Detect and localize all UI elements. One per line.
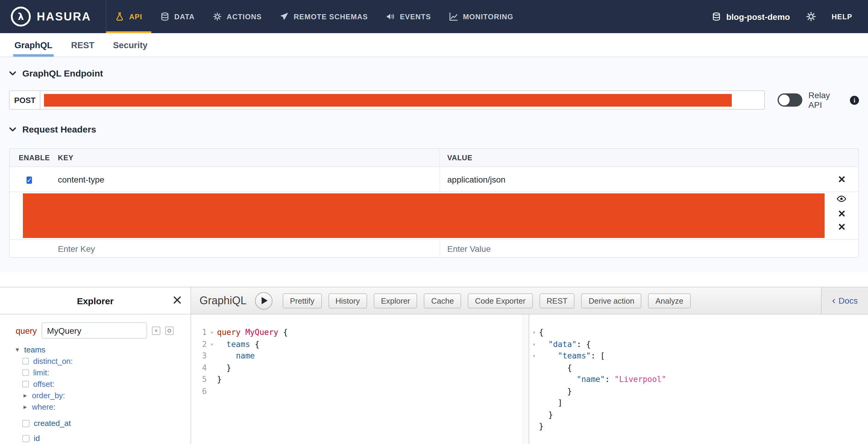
operation-name-input[interactable] bbox=[41, 322, 147, 339]
fold-arrow-icon: ▾ bbox=[207, 338, 217, 350]
reveal-eye-icon[interactable] bbox=[837, 194, 846, 203]
remove-operation-icon[interactable]: × bbox=[152, 326, 160, 335]
tree-node-id[interactable]: id bbox=[16, 431, 190, 444]
tab-graphql[interactable]: GraphQL bbox=[13, 33, 54, 57]
tree-node-created-at[interactable]: created_at bbox=[16, 416, 190, 431]
result-line: "name": "Liverpool" bbox=[529, 374, 868, 385]
endpoint-url-input[interactable] bbox=[41, 90, 765, 109]
megaphone-icon bbox=[386, 12, 395, 21]
execute-query-button[interactable] bbox=[255, 292, 273, 309]
header-key-cell[interactable]: content-type bbox=[58, 175, 439, 184]
graphiql-panes: 1▾query MyQuery {2▾ teams {3 name4 }5}6 … bbox=[191, 315, 868, 444]
tab-security[interactable]: Security bbox=[112, 33, 149, 57]
result-line: ▾{ bbox=[529, 326, 868, 338]
line-number: 3 bbox=[191, 350, 207, 362]
help-link[interactable]: HELP bbox=[832, 12, 852, 21]
nav-item-monitoring[interactable]: MONITORING bbox=[440, 0, 523, 33]
graphql-endpoint-section-header[interactable]: GraphQL Endpoint bbox=[9, 67, 859, 78]
docs-button[interactable]: ‹ Docs bbox=[821, 287, 868, 314]
nav-item-api[interactable]: API bbox=[106, 0, 152, 33]
fold-arrow-icon: ▾ bbox=[529, 338, 539, 350]
remove-header-icon[interactable] bbox=[838, 210, 845, 217]
section-title: GraphQL Endpoint bbox=[22, 68, 103, 78]
editor-line[interactable]: 5} bbox=[191, 374, 523, 385]
request-headers-section-header[interactable]: Request Headers bbox=[9, 124, 859, 134]
line-number: 1 bbox=[191, 326, 207, 338]
tree-node-limit[interactable]: limit: bbox=[16, 367, 190, 378]
toolbar-button-explorer[interactable]: Explorer bbox=[374, 293, 417, 308]
caret-right-icon: ▸ bbox=[24, 391, 31, 400]
toolbar-button-cache[interactable]: Cache bbox=[424, 293, 461, 308]
nav-item-remote-schemas[interactable]: REMOTE SCHEMAS bbox=[271, 0, 377, 33]
code-text: name bbox=[217, 350, 255, 362]
arg-checkbox[interactable] bbox=[22, 358, 29, 364]
results-lines: ▾{▾ "data": {▾ "teams": [ { "name": "Liv… bbox=[529, 326, 868, 432]
remove-header-icon[interactable] bbox=[838, 176, 845, 183]
tab-rest[interactable]: REST bbox=[70, 33, 96, 57]
nav-item-data[interactable]: DATA bbox=[151, 0, 204, 33]
enable-checkbox[interactable]: ✓ bbox=[27, 176, 32, 184]
plane-icon bbox=[280, 12, 289, 21]
tree-node-offset[interactable]: offset: bbox=[16, 378, 190, 390]
toolbar-button-history[interactable]: History bbox=[328, 293, 367, 308]
project-selector[interactable]: blog-post-demo bbox=[712, 12, 790, 21]
toolbar-button-rest[interactable]: REST bbox=[539, 293, 575, 308]
nav-item-label: DATA bbox=[174, 12, 195, 21]
api-tabbar: GraphQLRESTSecurity bbox=[0, 33, 868, 57]
relay-api-toggle[interactable] bbox=[778, 93, 802, 107]
code-text: } bbox=[217, 374, 222, 385]
content-area: GraphQL Endpoint POST Relay API i Reques… bbox=[0, 57, 868, 272]
tree-node-distinct-on[interactable]: distinct_on: bbox=[16, 355, 190, 367]
result-text: ] bbox=[539, 397, 562, 409]
toolbar-button-derive-action[interactable]: Derive action bbox=[581, 293, 642, 308]
field-checkbox[interactable] bbox=[22, 420, 30, 427]
tree-node-label: offset: bbox=[33, 380, 54, 388]
table-header-row: ENABLE KEY VALUE bbox=[10, 149, 858, 167]
toolbar-button-analyze[interactable]: Analyze bbox=[648, 293, 691, 308]
editor-line[interactable]: 3 name bbox=[191, 350, 523, 362]
code-text: query MyQuery { bbox=[217, 326, 288, 338]
result-text: "name": "Liverpool" bbox=[539, 374, 666, 385]
section-title: Request Headers bbox=[22, 124, 96, 134]
toolbar-button-code-exporter[interactable]: Code Exporter bbox=[468, 293, 533, 308]
tree-node-label: id bbox=[34, 434, 40, 443]
editor-line[interactable]: 4 } bbox=[191, 362, 523, 374]
info-icon[interactable]: i bbox=[850, 95, 859, 104]
editor-line[interactable]: 6 bbox=[191, 385, 523, 397]
tree-node-label: limit: bbox=[33, 368, 49, 377]
settings-gear-icon[interactable] bbox=[806, 11, 816, 22]
tree-node-order-by[interactable]: ▸order_by: bbox=[16, 390, 190, 401]
header-value-cell[interactable]: application/json bbox=[439, 167, 825, 192]
editor-line[interactable]: 2▾ teams { bbox=[191, 338, 523, 350]
tree-node-label: teams bbox=[24, 345, 45, 354]
explorer-pane: Explorer query × ▾teamsdistinct_on:limit… bbox=[0, 287, 191, 444]
line-number: 5 bbox=[191, 374, 207, 385]
close-icon[interactable] bbox=[173, 296, 181, 304]
new-header-value-input[interactable]: Enter Value bbox=[439, 240, 825, 257]
caret-right-icon: ▸ bbox=[24, 403, 31, 411]
toolbar-button-prettify[interactable]: Prettify bbox=[283, 293, 321, 308]
nav-item-events[interactable]: EVENTS bbox=[377, 0, 440, 33]
endpoint-url-redaction bbox=[44, 94, 732, 106]
hasura-brand[interactable]: λ HASURA bbox=[0, 0, 106, 33]
tree-node-teams[interactable]: ▾teams bbox=[16, 343, 190, 355]
remove-header-icon[interactable] bbox=[838, 223, 845, 230]
arg-checkbox[interactable] bbox=[22, 381, 29, 387]
field-checkbox[interactable] bbox=[22, 435, 30, 442]
tree-node-label: created_at bbox=[34, 419, 71, 428]
graphiql-toolbar: GraphiQL PrettifyHistoryExplorerCacheCod… bbox=[191, 287, 868, 315]
copy-operation-icon[interactable] bbox=[165, 326, 174, 335]
brand-name: HASURA bbox=[37, 10, 91, 23]
chevron-left-icon: ‹ bbox=[832, 295, 835, 305]
line-number: 6 bbox=[191, 385, 207, 397]
result-text: "teams": [ bbox=[539, 350, 605, 362]
gears-icon bbox=[213, 12, 222, 21]
editor-scrollbar[interactable] bbox=[523, 315, 529, 444]
arg-checkbox[interactable] bbox=[22, 369, 29, 376]
http-method-label: POST bbox=[9, 90, 41, 109]
new-header-key-input[interactable]: Enter Key bbox=[58, 244, 439, 253]
nav-item-actions[interactable]: ACTIONS bbox=[204, 0, 271, 33]
tree-node-where[interactable]: ▸where: bbox=[16, 401, 190, 413]
editor-line[interactable]: 1▾query MyQuery { bbox=[191, 326, 523, 338]
query-editor[interactable]: 1▾query MyQuery {2▾ teams {3 name4 }5}6 bbox=[191, 315, 523, 444]
